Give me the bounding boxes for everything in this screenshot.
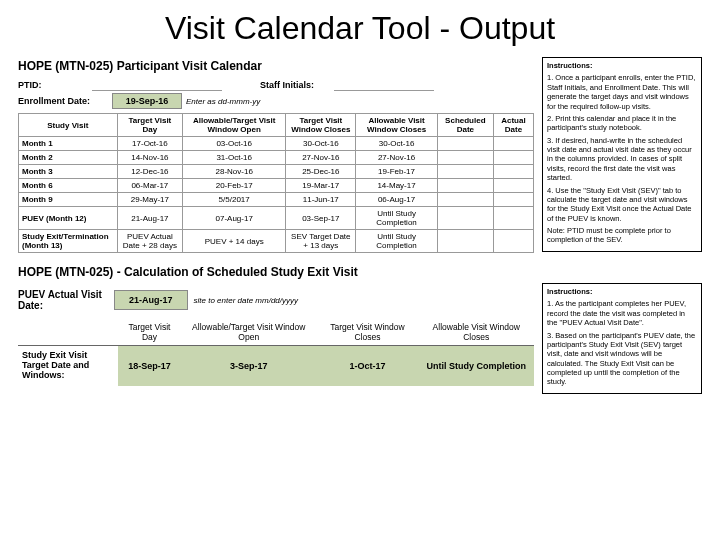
cell: 5/5/2017 <box>183 193 286 207</box>
table-row: Month 117-Oct-1603-Oct-1630-Oct-1630-Oct… <box>19 137 534 151</box>
col-header: Allowable Visit Window Closes <box>356 114 437 137</box>
puev-label: PUEV Actual Visit Date: <box>18 289 108 311</box>
cell <box>437 165 493 179</box>
cell: PUEV + 14 days <box>183 230 286 253</box>
enroll-hint: Enter as dd-mmm-yy <box>186 97 260 106</box>
cell: Month 2 <box>19 151 118 165</box>
cell: SEV Target Date + 13 days <box>286 230 356 253</box>
col-header: Target Visit Window Closes <box>286 114 356 137</box>
cell: 30-Oct-16 <box>286 137 356 151</box>
cell <box>493 193 533 207</box>
cell: Study Exit/Termination (Month 13) <box>19 230 118 253</box>
exit-visit-table: Target Visit DayAllowable/Target Visit W… <box>18 319 534 386</box>
staff-field[interactable] <box>334 79 434 91</box>
cell <box>493 137 533 151</box>
puev-hint: site to enter date mm/dd/yyyy <box>194 296 299 305</box>
table-row: Month 606-Mar-1720-Feb-1719-Mar-1714-May… <box>19 179 534 193</box>
cell <box>493 179 533 193</box>
cell: 11-Jun-17 <box>286 193 356 207</box>
cell: 14-May-17 <box>356 179 437 193</box>
cell: 06-Aug-17 <box>356 193 437 207</box>
cell: 19-Feb-17 <box>356 165 437 179</box>
cell: 30-Oct-16 <box>356 137 437 151</box>
staff-label: Staff Initials: <box>260 80 330 90</box>
col-header: Actual Date <box>493 114 533 137</box>
cell: 20-Feb-17 <box>183 179 286 193</box>
report-title-1: HOPE (MTN-025) Participant Visit Calenda… <box>18 57 534 77</box>
cell: Month 6 <box>19 179 118 193</box>
cell <box>437 193 493 207</box>
enroll-date-value: 19-Sep-16 <box>112 93 182 109</box>
cell: 14-Nov-16 <box>117 151 182 165</box>
cell: 21-Aug-17 <box>117 207 182 230</box>
cell: 28-Nov-16 <box>183 165 286 179</box>
table-row: Study Exit/Termination (Month 13)PUEV Ac… <box>19 230 534 253</box>
cell: 29-May-17 <box>117 193 182 207</box>
cell: Until Study Completion <box>356 207 437 230</box>
cell: 25-Dec-16 <box>286 165 356 179</box>
cell <box>437 179 493 193</box>
slide-title: Visit Calendar Tool - Output <box>0 0 720 55</box>
participant-calendar-section: HOPE (MTN-025) Participant Visit Calenda… <box>0 55 720 255</box>
cell: Month 3 <box>19 165 118 179</box>
cell: 06-Mar-17 <box>117 179 182 193</box>
col-header <box>18 319 118 346</box>
col-header: Allowable/Target Visit Window Open <box>183 114 286 137</box>
cell <box>493 151 533 165</box>
cell: 27-Nov-16 <box>286 151 356 165</box>
cell <box>437 230 493 253</box>
cell: Until Study Completion <box>418 346 534 386</box>
col-header: Scheduled Date <box>437 114 493 137</box>
table-row: Month 929-May-175/5/201711-Jun-1706-Aug-… <box>19 193 534 207</box>
cell: 03-Oct-16 <box>183 137 286 151</box>
cell: 12-Dec-16 <box>117 165 182 179</box>
col-header: Target Visit Day <box>117 114 182 137</box>
study-exit-section: HOPE (MTN-025) - Calculation of Schedule… <box>0 261 720 396</box>
cell: 27-Nov-16 <box>356 151 437 165</box>
cell <box>493 165 533 179</box>
instructions-box-1: Instructions:1. Once a participant enrol… <box>542 57 702 252</box>
col-header: Study Visit <box>19 114 118 137</box>
ptid-label: PTID: <box>18 80 88 90</box>
exit-row-label: Study Exit Visit Target Date and Windows… <box>18 346 118 386</box>
cell: 3-Sep-17 <box>181 346 316 386</box>
cell: 1-Oct-17 <box>316 346 418 386</box>
cell: PUEV Actual Date + 28 days <box>117 230 182 253</box>
cell: 18-Sep-17 <box>118 346 181 386</box>
visit-schedule-table: Study VisitTarget Visit DayAllowable/Tar… <box>18 113 534 253</box>
cell: PUEV (Month 12) <box>19 207 118 230</box>
table-row: Month 214-Nov-1631-Oct-1627-Nov-1627-Nov… <box>19 151 534 165</box>
cell: 19-Mar-17 <box>286 179 356 193</box>
cell: Month 9 <box>19 193 118 207</box>
col-header: Allowable/Target Visit Window Open <box>181 319 316 346</box>
cell: 07-Aug-17 <box>183 207 286 230</box>
enroll-label: Enrollment Date: <box>18 96 108 106</box>
col-header: Target Visit Day <box>118 319 181 346</box>
table-row: PUEV (Month 12)21-Aug-1707-Aug-1703-Sep-… <box>19 207 534 230</box>
puev-date-value: 21-Aug-17 <box>114 290 188 310</box>
cell: 03-Sep-17 <box>286 207 356 230</box>
col-header: Allowable Visit Window Closes <box>418 319 534 346</box>
cell: Until Study Completion <box>356 230 437 253</box>
cell <box>437 151 493 165</box>
instructions-box-2: Instructions:1. As the participant compl… <box>542 283 702 394</box>
ptid-field[interactable] <box>92 79 222 91</box>
cell <box>493 207 533 230</box>
cell <box>437 207 493 230</box>
cell: 17-Oct-16 <box>117 137 182 151</box>
table-row: Month 312-Dec-1628-Nov-1625-Dec-1619-Feb… <box>19 165 534 179</box>
cell <box>493 230 533 253</box>
cell: Month 1 <box>19 137 118 151</box>
col-header: Target Visit Window Closes <box>316 319 418 346</box>
report-title-2: HOPE (MTN-025) - Calculation of Schedule… <box>18 263 702 283</box>
cell <box>437 137 493 151</box>
cell: 31-Oct-16 <box>183 151 286 165</box>
